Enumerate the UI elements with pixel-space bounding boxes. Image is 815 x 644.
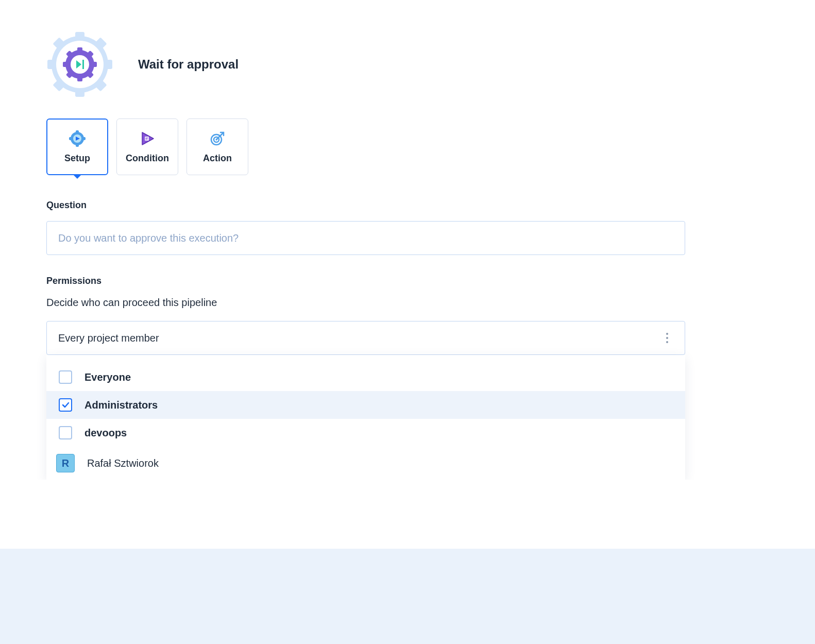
checkbox-administrators[interactable] [59,398,72,412]
header-gear-icon [46,31,113,98]
permissions-option-devoops[interactable]: devoops [46,419,685,447]
page-container: Wait for approval Setup [0,0,732,480]
option-label: Administrators [84,399,158,411]
option-label: devoops [84,427,127,439]
tab-action[interactable]: Action [186,118,248,175]
question-label: Question [46,200,685,211]
svg-rect-20 [82,60,84,69]
svg-rect-12 [77,75,82,81]
permissions-option-administrators[interactable]: Administrators [46,391,685,419]
checkbox-everyone[interactable] [59,370,72,384]
permissions-label: Permissions [46,276,685,286]
tabs: Setup IF Condition [46,118,685,175]
question-input[interactable] [46,221,685,255]
permissions-section: Permissions Decide who can proceed this … [46,276,685,480]
header: Wait for approval [46,31,685,98]
permissions-option-everyone[interactable]: Everyone [46,363,685,391]
svg-rect-24 [69,137,73,140]
tab-action-label: Action [203,153,232,164]
option-label: Everyone [84,371,131,383]
tab-condition[interactable]: IF Condition [116,118,178,175]
permissions-option-user-rafal[interactable]: R Rafał Sztwiorok [46,447,685,480]
svg-rect-22 [76,130,79,134]
condition-play-icon: IF [139,130,156,147]
svg-rect-11 [77,47,82,54]
permissions-description: Decide who can proceed this pipeline [46,297,685,309]
tab-setup[interactable]: Setup [46,118,108,175]
action-target-icon [209,130,226,147]
question-section: Question [46,200,685,276]
permissions-select-value: Every project member [58,332,159,344]
permissions-select[interactable]: Every project member [46,321,685,355]
svg-rect-13 [63,62,69,67]
svg-rect-14 [91,62,97,67]
svg-rect-25 [82,137,86,140]
page-title: Wait for approval [138,57,239,72]
option-label: Rafał Sztwiorok [87,457,159,469]
svg-rect-23 [76,143,79,147]
user-avatar: R [56,454,75,472]
checkbox-devoops[interactable] [59,426,72,439]
tab-setup-label: Setup [64,153,90,164]
setup-gear-icon [69,130,86,147]
more-vertical-icon [661,332,673,344]
tab-condition-label: Condition [126,153,169,164]
svg-text:IF: IF [145,137,148,140]
permissions-dropdown: Everyone Administrators devoops R Rafał … [46,355,685,480]
